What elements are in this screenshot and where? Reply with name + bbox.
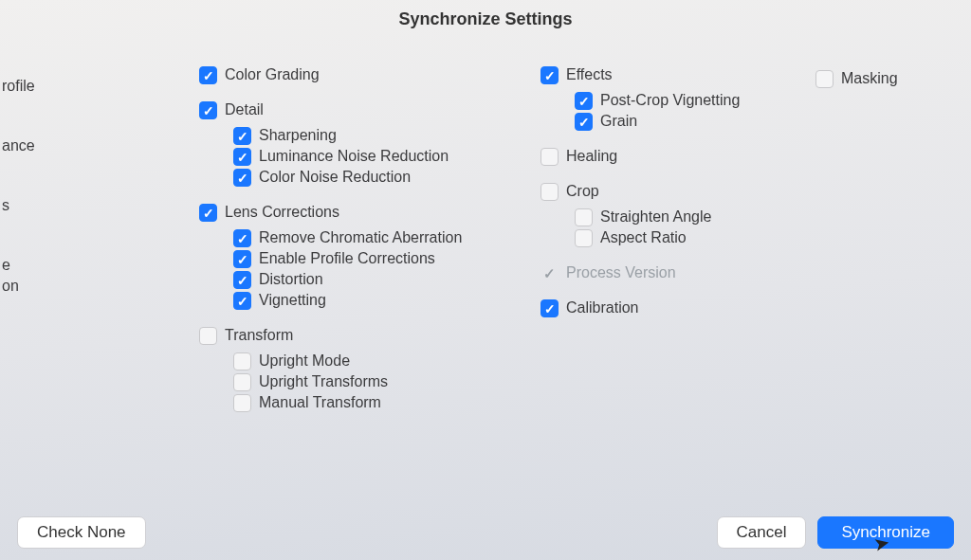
checkbox-vignetting[interactable] [233, 292, 251, 310]
frag-on: on [2, 278, 190, 295]
label-color-grading: Color Grading [225, 66, 320, 83]
label-post-crop-vignetting: Post-Crop Vignetting [600, 92, 740, 109]
group-effects: Effects Post-Crop Vignetting Grain [540, 66, 787, 131]
group-process-version: Process Version [540, 264, 787, 282]
group-detail: Detail Sharpening Luminance Noise Reduct… [199, 101, 540, 187]
label-enable-profile: Enable Profile Corrections [259, 250, 435, 267]
frag-profile: rofile [2, 78, 190, 95]
group-color-grading: Color Grading [199, 66, 540, 84]
checkbox-manual-transform[interactable] [233, 394, 251, 412]
label-upright-transforms: Upright Transforms [259, 373, 388, 390]
label-calibration: Calibration [566, 299, 638, 316]
checkbox-aspect-ratio[interactable] [575, 229, 593, 247]
synchronize-button[interactable]: Synchronize [817, 516, 954, 549]
dialog-title: Synchronize Settings [0, 9, 971, 29]
group-calibration: Calibration [540, 299, 787, 317]
settings-content: rofile ance s e on Color Grading Detail … [0, 66, 971, 498]
check-none-button[interactable]: Check None [17, 516, 146, 549]
label-detail: Detail [225, 101, 264, 118]
label-manual-transform: Manual Transform [259, 394, 381, 411]
label-lens-corrections: Lens Corrections [225, 204, 339, 221]
left-col-partial: rofile ance s e on [0, 66, 190, 498]
group-lens-corrections: Lens Corrections Remove Chromatic Aberra… [199, 204, 540, 310]
checkbox-process-version [540, 264, 559, 282]
group-healing: Healing [540, 148, 787, 166]
checkbox-healing[interactable] [540, 148, 559, 166]
checkbox-calibration[interactable] [540, 299, 559, 317]
label-luminance-noise: Luminance Noise Reduction [259, 148, 449, 165]
checkbox-distortion[interactable] [233, 271, 251, 289]
label-masking: Masking [841, 70, 898, 87]
frag-balance: ance [2, 137, 190, 154]
group-crop: Crop Straighten Angle Aspect Ratio [540, 183, 787, 247]
right-column: Effects Post-Crop Vignetting Grain Heali… [540, 66, 787, 498]
group-transform: Transform Upright Mode Upright Transform… [199, 327, 540, 412]
label-upright-mode: Upright Mode [259, 352, 350, 370]
checkbox-color-grading[interactable] [199, 66, 217, 84]
checkbox-transform[interactable] [199, 327, 217, 345]
label-grain: Grain [600, 113, 637, 130]
checkbox-sharpening[interactable] [233, 127, 251, 145]
dialog-button-row: Check None Cancel Synchronize [0, 516, 971, 549]
middle-column: Color Grading Detail Sharpening Luminanc… [190, 66, 540, 498]
label-effects: Effects [566, 66, 613, 83]
checkbox-effects[interactable] [540, 66, 559, 84]
checkbox-straighten-angle[interactable] [575, 208, 593, 226]
label-color-noise: Color Noise Reduction [259, 169, 411, 186]
checkbox-lens-corrections[interactable] [199, 204, 217, 222]
frag-e: e [2, 257, 190, 274]
label-process-version: Process Version [566, 264, 676, 281]
checkbox-masking[interactable] [815, 70, 834, 88]
label-aspect-ratio: Aspect Ratio [600, 229, 687, 246]
far-right-column: Masking [787, 66, 967, 498]
label-straighten-angle: Straighten Angle [600, 208, 711, 226]
label-transform: Transform [225, 327, 293, 344]
label-crop: Crop [566, 183, 599, 200]
frag-s: s [2, 197, 190, 214]
checkbox-detail[interactable] [199, 101, 217, 119]
checkbox-grain[interactable] [575, 113, 593, 131]
label-remove-ca: Remove Chromatic Aberration [259, 229, 462, 246]
checkbox-luminance-noise[interactable] [233, 148, 251, 166]
checkbox-upright-transforms[interactable] [233, 373, 251, 391]
label-vignetting: Vignetting [259, 292, 326, 309]
checkbox-crop[interactable] [540, 183, 559, 201]
checkbox-post-crop-vignetting[interactable] [575, 92, 593, 110]
checkbox-enable-profile[interactable] [233, 250, 251, 268]
checkbox-color-noise[interactable] [233, 169, 251, 187]
label-healing: Healing [566, 148, 617, 165]
checkbox-remove-ca[interactable] [233, 229, 251, 247]
checkbox-upright-mode[interactable] [233, 352, 251, 370]
cancel-button[interactable]: Cancel [717, 516, 807, 549]
label-sharpening: Sharpening [259, 127, 337, 144]
label-distortion: Distortion [259, 271, 323, 288]
